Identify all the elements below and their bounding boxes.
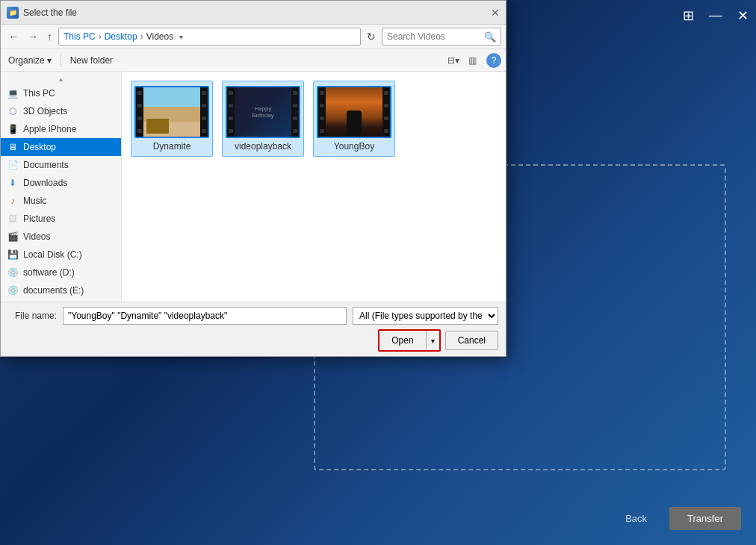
sidebar: ▲ 💻 This PC ⬡ 3D Objects 📱 Apple iPhone … (1, 72, 122, 302)
sidebar-item-3d-objects[interactable]: ⬡ 3D Objects (1, 102, 121, 120)
dialog-overlay: 📁 Select the file ✕ ← → ↑ This PC › Desk… (0, 0, 756, 545)
organize-button[interactable]: Organize ▾ (5, 54, 55, 67)
search-box: 🔍 (382, 28, 501, 46)
title-bar: 📁 Select the file ✕ (1, 1, 506, 25)
file-dialog: 📁 Select the file ✕ ← → ↑ This PC › Desk… (0, 0, 506, 357)
file-thumb-dynamite (134, 86, 209, 138)
sidebar-label-this-pc: This PC (23, 88, 55, 99)
file-thumb-youngboy (317, 86, 391, 138)
view-pane-button[interactable]: ▥ (465, 53, 480, 68)
search-button[interactable]: 🔍 (484, 31, 496, 43)
sidebar-item-music[interactable]: ♪ Music (1, 192, 121, 210)
dialog-app-icon: 📁 (7, 7, 19, 19)
view-buttons: ⊟▾ ▥ (444, 53, 480, 68)
file-item-youngboy[interactable]: YoungBoy (313, 81, 395, 157)
film-strip-left-yb (318, 87, 326, 137)
sidebar-item-documents-e[interactable]: 💿 documents (E:) (1, 281, 121, 299)
sidebar-label-desktop: Desktop (23, 142, 56, 152)
sidebar-item-desktop[interactable]: 🖥 Desktop (1, 138, 121, 156)
breadcrumb-arrow: ▾ (179, 33, 183, 41)
documents-e-icon: 💿 (7, 284, 19, 296)
breadcrumb-sep-2: › (140, 31, 143, 42)
file-name-input[interactable] (63, 307, 347, 325)
film-strip-left-vp (227, 87, 235, 137)
file-name-videoplayback: videoplayback (235, 141, 291, 152)
file-name-youngboy: YoungBoy (334, 141, 374, 152)
organize-label: Organize (8, 55, 45, 66)
videoplayback-thumbnail: HappyBirthday (235, 87, 291, 137)
sidebar-label-local-disk: Local Disk (C:) (23, 249, 82, 260)
sidebar-label-software-d: software (D:) (23, 267, 75, 278)
sidebar-item-local-disk[interactable]: 💾 Local Disk (C:) (1, 246, 121, 264)
videos-icon: 🎬 (7, 231, 19, 243)
sidebar-item-this-pc[interactable]: 💻 This PC (1, 84, 121, 102)
dialog-close-button[interactable]: ✕ (491, 8, 500, 17)
file-area: Dynamite HappyBirthday (122, 72, 506, 302)
file-item-dynamite[interactable]: Dynamite (131, 81, 213, 157)
sidebar-item-software-d[interactable]: 💿 software (D:) (1, 264, 121, 281)
breadcrumb-this-pc[interactable]: This PC (63, 31, 96, 42)
sidebar-label-apple: Apple iPhone (23, 124, 76, 134)
organize-arrow: ▾ (47, 55, 52, 66)
documents-icon: 📄 (7, 159, 19, 171)
apple-icon: 📱 (7, 123, 19, 135)
cancel-button[interactable]: Cancel (445, 331, 498, 350)
nav-refresh-button[interactable]: ↻ (364, 29, 379, 44)
3d-icon: ⬡ (7, 105, 19, 117)
music-icon: ♪ (7, 195, 19, 207)
silhouette (347, 110, 362, 137)
sidebar-label-documents: Documents (23, 160, 69, 170)
sidebar-label-pictures: Pictures (23, 214, 55, 224)
bottom-bar: File name: All (File types supported by … (1, 302, 506, 356)
dialog-title: Select the file (23, 7, 77, 18)
action-row: Open ▾ Cancel (8, 329, 498, 352)
youngboy-thumbnail (326, 87, 382, 137)
file-item-videoplayback[interactable]: HappyBirthday videoplayback (222, 81, 304, 157)
search-input[interactable] (387, 31, 481, 42)
view-list-button[interactable]: ⊟▾ (444, 53, 463, 68)
sidebar-item-videos[interactable]: 🎬 Videos (1, 228, 121, 246)
nav-bar: ← → ↑ This PC › Desktop › Videos ▾ ↻ 🔍 (1, 25, 506, 49)
breadcrumb-sep-1: › (99, 31, 102, 42)
breadcrumb[interactable]: This PC › Desktop › Videos ▾ (58, 28, 361, 46)
pictures-icon: 🖼 (7, 213, 19, 225)
film-strip-right-yb (382, 87, 390, 137)
sidebar-label-documents-e: documents (E:) (23, 285, 84, 296)
help-button[interactable]: ? (486, 53, 501, 68)
title-bar-left: 📁 Select the file (7, 7, 77, 19)
open-button-group: Open ▾ (378, 329, 440, 352)
new-folder-button[interactable]: New folder (67, 54, 116, 67)
sidebar-label-videos: Videos (23, 231, 50, 242)
film-strip-right-dynamite (200, 87, 208, 137)
toolbar: Organize ▾ New folder ⊟▾ ▥ ? (1, 49, 506, 72)
content-area: ▲ 💻 This PC ⬡ 3D Objects 📱 Apple iPhone … (1, 72, 506, 302)
nav-up-button[interactable]: ↑ (44, 29, 55, 44)
downloads-icon: ⬇ (7, 177, 19, 189)
sidebar-label-3d: 3D Objects (23, 106, 67, 116)
file-name-label: File name: (8, 311, 57, 321)
nav-forward-button[interactable]: → (25, 29, 41, 44)
local-disk-icon: 💾 (7, 249, 19, 261)
file-name-dynamite: Dynamite (153, 141, 191, 152)
sidebar-scroll-up[interactable]: ▲ (1, 75, 121, 84)
sidebar-item-pictures[interactable]: 🖼 Pictures (1, 210, 121, 228)
pc-icon: 💻 (7, 87, 19, 99)
desktop-icon: 🖥 (7, 141, 19, 153)
sidebar-label-downloads: Downloads (23, 178, 67, 188)
open-button[interactable]: Open (379, 331, 426, 350)
film-strip-right-vp (291, 87, 299, 137)
software-d-icon: 💿 (7, 267, 19, 278)
sidebar-label-music: Music (23, 196, 46, 206)
dynamite-thumbnail (143, 87, 200, 137)
nav-back-button[interactable]: ← (5, 29, 22, 44)
breadcrumb-videos: Videos (146, 31, 173, 42)
sidebar-item-documents[interactable]: 📄 Documents (1, 156, 121, 174)
open-dropdown-button[interactable]: ▾ (427, 331, 439, 350)
sidebar-item-downloads[interactable]: ⬇ Downloads (1, 174, 121, 192)
breadcrumb-desktop[interactable]: Desktop (105, 31, 137, 42)
file-type-select[interactable]: All (File types supported by the (353, 307, 498, 325)
title-controls: ✕ (491, 8, 500, 17)
file-thumb-videoplayback: HappyBirthday (226, 86, 300, 138)
sidebar-item-apple-iphone[interactable]: 📱 Apple iPhone (1, 120, 121, 138)
sidebar-scroll-down[interactable]: ▼ (1, 299, 121, 302)
